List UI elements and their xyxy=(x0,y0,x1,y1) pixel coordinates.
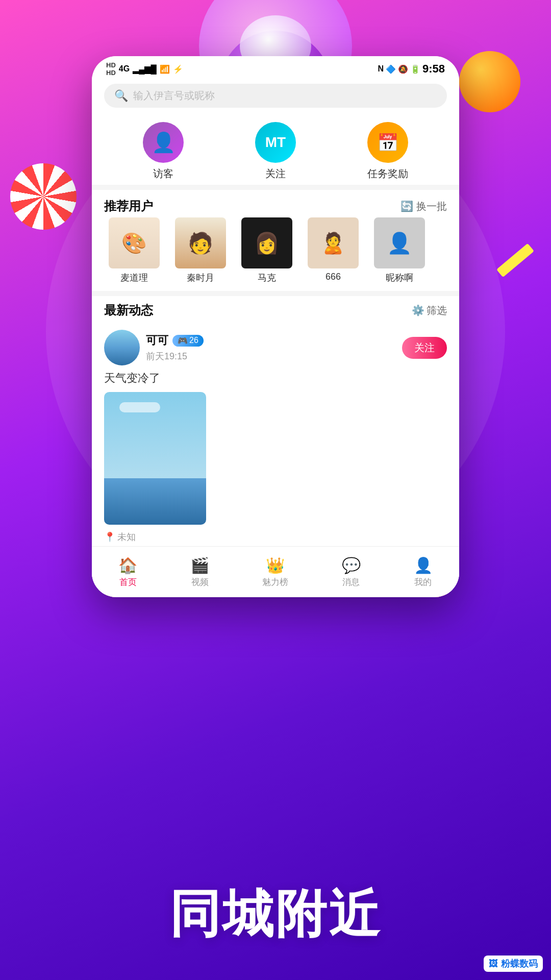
bottom-tagline: 同城附近 xyxy=(169,880,382,949)
home-icon: 🏠 xyxy=(118,556,137,574)
status-right: N 🔷 🔕 🔋 9:58 xyxy=(378,62,445,76)
rec-name-3: 马克 xyxy=(258,272,276,284)
status-left: HDHD 4G ▂▄▆█ 📶 ⚡ xyxy=(106,61,183,77)
recommended-users-section: 推荐用户 🔄 换一批 🎨 麦道理 🧑 秦时月 👩 马克 🙎 666 xyxy=(92,190,459,291)
mine-label: 我的 xyxy=(414,576,432,588)
bg-ball-orange xyxy=(459,51,520,112)
rec-avatar-3: 👩 xyxy=(241,217,292,268)
video-icon: 🎬 xyxy=(190,556,209,574)
follow-label: 关注 xyxy=(265,167,286,181)
visitor-icon: 👤 xyxy=(143,122,184,163)
rec-name-4: 666 xyxy=(325,272,341,282)
mine-icon: 👤 xyxy=(414,556,433,574)
visitor-label: 访客 xyxy=(153,167,173,181)
battery-icon: 🔋 xyxy=(410,64,420,74)
bluetooth-icon: 🔷 xyxy=(386,64,396,74)
status-bar: HDHD 4G ▂▄▆█ 📶 ⚡ N 🔷 🔕 🔋 9:58 xyxy=(92,56,459,80)
mute-icon: 🔕 xyxy=(398,64,408,74)
filter-label: 筛选 xyxy=(427,304,447,317)
rec-avatar-2: 🧑 xyxy=(175,217,226,268)
bg-ball-yellow xyxy=(496,243,534,278)
search-input-placeholder[interactable]: 输入伊言号或昵称 xyxy=(133,89,215,103)
rec-name-2: 秦时月 xyxy=(187,272,214,284)
post-avatar-1[interactable] xyxy=(104,330,140,365)
rec-avatar-4: 🙎 xyxy=(308,217,359,268)
rec-user-3[interactable]: 👩 马克 xyxy=(234,217,300,284)
watermark: 🖼 粉蝶数码 xyxy=(484,955,543,972)
message-label: 消息 xyxy=(342,576,360,588)
level-value-1: 26 xyxy=(189,336,198,345)
post-name-row-1: 可可 🎮 26 xyxy=(146,333,396,348)
post-time-1: 前天19:15 xyxy=(146,351,187,361)
hd-icon: HDHD xyxy=(106,61,116,77)
charm-label: 魅力榜 xyxy=(262,576,288,588)
quick-item-visitor[interactable]: 👤 访客 xyxy=(143,122,184,181)
charm-icon: 👑 xyxy=(266,556,285,574)
wifi-icon: 📶 xyxy=(160,64,170,74)
nav-item-home[interactable]: 🏠 首页 xyxy=(118,556,137,588)
follow-button-1[interactable]: 关注 xyxy=(402,337,447,359)
recommended-title: 推荐用户 xyxy=(104,198,153,214)
rec-avatar-1: 🎨 xyxy=(109,217,160,268)
search-bar[interactable]: 🔍 输入伊言号或昵称 xyxy=(92,80,459,115)
location-pin-icon: 📍 xyxy=(104,531,115,543)
quick-item-follow[interactable]: MT 关注 xyxy=(255,122,296,181)
home-label: 首页 xyxy=(119,576,137,588)
post-info-1: 可可 🎮 26 前天19:15 xyxy=(146,333,396,362)
nav-item-video[interactable]: 🎬 视频 xyxy=(190,556,209,588)
post-image-1 xyxy=(104,392,206,525)
search-icon: 🔍 xyxy=(114,89,128,103)
refresh-action[interactable]: 🔄 换一批 xyxy=(400,200,447,213)
rec-user-1[interactable]: 🎨 麦道理 xyxy=(101,217,167,284)
post-text-1: 天气变冷了 xyxy=(104,371,447,386)
level-icon-1: 🎮 xyxy=(178,336,188,346)
refresh-icon: 🔄 xyxy=(400,200,413,212)
nav-item-mine[interactable]: 👤 我的 xyxy=(414,556,433,588)
filter-button[interactable]: ⚙️ 筛选 xyxy=(412,304,447,317)
nfc-icon: N xyxy=(378,64,384,74)
message-icon: 💬 xyxy=(342,556,361,574)
charging-icon: ⚡ xyxy=(173,64,183,74)
feed-header: 最新动态 ⚙️ 筛选 xyxy=(92,296,459,323)
nav-item-message[interactable]: 💬 消息 xyxy=(342,556,361,588)
bg-candy-red xyxy=(10,163,77,230)
quick-nav: 👤 访客 MT 关注 📅 任务奖励 xyxy=(92,115,459,185)
video-label: 视频 xyxy=(191,576,209,588)
quick-item-task[interactable]: 📅 任务奖励 xyxy=(367,122,408,181)
post-username-1: 可可 xyxy=(146,333,168,348)
rec-name-1: 麦道理 xyxy=(120,272,148,284)
post-level-badge-1: 🎮 26 xyxy=(172,335,204,347)
signal-4g: 4G xyxy=(119,64,130,74)
nav-item-charm[interactable]: 👑 魅力榜 xyxy=(262,556,288,588)
post-header-1: 可可 🎮 26 前天19:15 关注 xyxy=(104,330,447,365)
rec-avatar-5: 👤 xyxy=(374,217,425,268)
status-time: 9:58 xyxy=(422,62,445,76)
divider-2 xyxy=(92,291,459,296)
rec-user-4[interactable]: 🙎 666 xyxy=(300,217,366,284)
post-card-1: 可可 🎮 26 前天19:15 关注 天气变冷了 📍 未知 👁 xyxy=(92,323,459,573)
recommended-scroll: 🎨 麦道理 🧑 秦时月 👩 马克 🙎 666 👤 昵称啊 xyxy=(92,217,459,284)
post-location-1: 📍 未知 xyxy=(104,531,447,543)
rec-user-5[interactable]: 👤 昵称啊 xyxy=(366,217,433,284)
feed-title: 最新动态 xyxy=(104,302,153,318)
filter-icon: ⚙️ xyxy=(412,304,424,316)
task-label: 任务奖励 xyxy=(367,167,408,181)
rec-user-2[interactable]: 🧑 秦时月 xyxy=(167,217,234,284)
task-icon: 📅 xyxy=(367,122,408,163)
bottom-nav: 🏠 首页 🎬 视频 👑 魅力榜 💬 消息 👤 我的 xyxy=(92,546,459,597)
watermark-text: 粉蝶数码 xyxy=(501,958,538,970)
refresh-label: 换一批 xyxy=(416,200,447,213)
signal-bars: ▂▄▆█ xyxy=(133,64,157,74)
watermark-icon: 🖼 xyxy=(489,959,498,969)
follow-icon: MT xyxy=(255,122,296,163)
divider-1 xyxy=(92,185,459,190)
recommended-header: 推荐用户 🔄 换一批 xyxy=(92,193,459,217)
rec-name-5: 昵称啊 xyxy=(386,272,413,284)
location-text-1: 未知 xyxy=(117,531,136,543)
phone-frame: HDHD 4G ▂▄▆█ 📶 ⚡ N 🔷 🔕 🔋 9:58 🔍 输入伊言号或昵称… xyxy=(92,56,459,597)
